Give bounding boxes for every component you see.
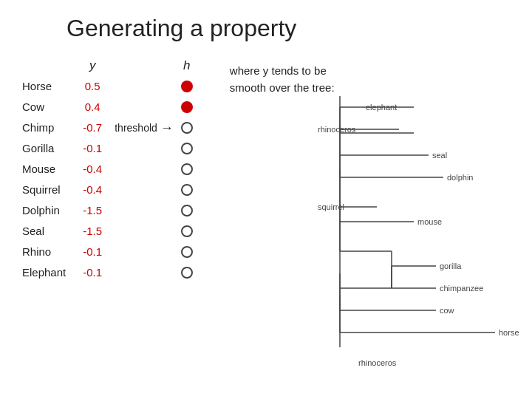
animal-squirrel: Squirrel xyxy=(22,180,70,200)
h-gorilla xyxy=(181,138,193,159)
empty-circle-rhino xyxy=(181,246,193,258)
phylogenetic-tree: horse cow chimpanzee gorilla mouse xyxy=(318,59,525,369)
empty-circle-gorilla xyxy=(181,143,193,154)
svg-text:dolphin: dolphin xyxy=(447,173,473,182)
animal-horse: Horse xyxy=(22,76,70,97)
h-squirrel xyxy=(181,180,193,200)
svg-text:horse: horse xyxy=(499,328,519,337)
empty-circle-mouse xyxy=(181,163,193,175)
tree-svg: horse cow chimpanzee gorilla mouse xyxy=(318,59,525,369)
svg-text:seal: seal xyxy=(432,151,447,160)
svg-text:elephant: elephant xyxy=(366,103,397,112)
animal-dolphin: Dolphin xyxy=(22,200,70,221)
filled-circle-cow xyxy=(181,101,193,113)
svg-text:cow: cow xyxy=(440,306,454,315)
data-table: Horse Cow Chimp Gorilla Mouse Squirrel D… xyxy=(22,55,208,283)
y-chimp: -0.7 xyxy=(78,117,107,138)
empty-circle-elephant xyxy=(181,267,193,279)
threshold-row: threshold → xyxy=(115,117,174,138)
threshold-area: threshold → xyxy=(115,55,174,283)
svg-text:chimpanzee: chimpanzee xyxy=(440,284,483,293)
page: Generating a property Horse Cow Chimp Go… xyxy=(0,0,532,399)
animal-mouse: Mouse xyxy=(22,159,70,180)
empty-circle-dolphin xyxy=(181,205,193,216)
svg-text:rhinoceros: rhinoceros xyxy=(358,358,397,367)
h-horse xyxy=(181,76,193,97)
svg-text:gorilla: gorilla xyxy=(440,262,462,270)
h-mouse xyxy=(181,159,193,180)
y-seal: -1.5 xyxy=(78,221,107,242)
animal-labels-col: Horse Cow Chimp Gorilla Mouse Squirrel D… xyxy=(22,55,70,283)
empty-circle-chimp xyxy=(181,122,193,134)
y-dolphin: -1.5 xyxy=(78,200,107,221)
h-rhino xyxy=(181,242,193,262)
y-gorilla: -0.1 xyxy=(78,138,107,159)
h-seal xyxy=(181,221,193,242)
h-values-col: h xyxy=(181,55,193,283)
animal-cow: Cow xyxy=(22,97,70,117)
animal-elephant: Elephant xyxy=(22,262,70,283)
animal-chimp: Chimp xyxy=(22,117,70,138)
animal-gorilla: Gorilla xyxy=(22,138,70,159)
y-horse: 0.5 xyxy=(78,76,107,97)
empty-circle-seal xyxy=(181,225,193,237)
svg-text:rhinoceros: rhinoceros xyxy=(318,125,356,134)
h-chimp xyxy=(181,117,193,138)
y-elephant: -0.1 xyxy=(78,262,107,283)
h-elephant xyxy=(181,262,193,283)
h-col-header: h xyxy=(183,55,190,76)
animal-rhino: Rhino xyxy=(22,242,70,262)
animal-seal: Seal xyxy=(22,221,70,242)
page-title: Generating a property xyxy=(66,15,510,42)
y-values-col: y 0.5 0.4 -0.7 -0.1 -0.4 -0.4 -1.5 -1.5 … xyxy=(78,55,107,283)
threshold-arrow: → xyxy=(160,120,174,136)
y-squirrel: -0.4 xyxy=(78,180,107,200)
h-dolphin xyxy=(181,200,193,221)
empty-circle-squirrel xyxy=(181,184,193,196)
y-rhino: -0.1 xyxy=(78,242,107,262)
y-cow: 0.4 xyxy=(78,97,107,117)
filled-circle-horse xyxy=(181,81,193,92)
svg-text:mouse: mouse xyxy=(417,217,442,226)
h-cow xyxy=(181,97,193,117)
y-col-header: y xyxy=(89,55,96,76)
y-mouse: -0.4 xyxy=(78,159,107,180)
threshold-label: threshold xyxy=(115,122,157,134)
